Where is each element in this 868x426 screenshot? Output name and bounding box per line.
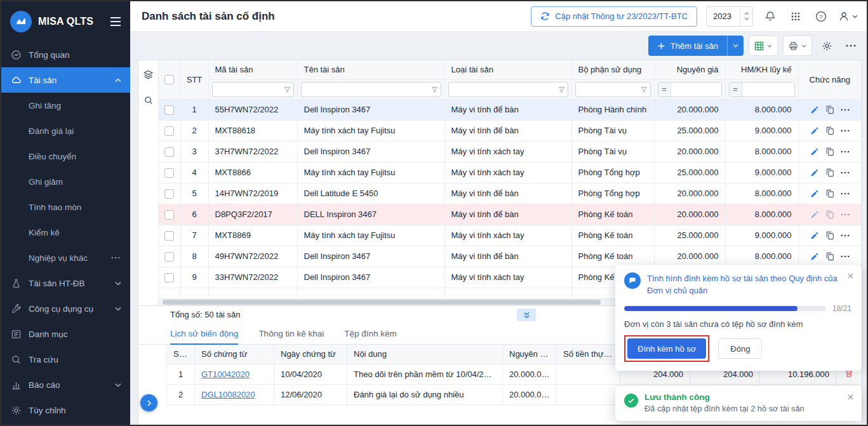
filter-input-ma[interactable]: [212, 82, 294, 97]
sidebar-subitem[interactable]: Kiểm kê: [1, 220, 130, 245]
edit-icon[interactable]: [810, 126, 819, 135]
sidebar-item-tai-san-ht-db[interactable]: Tài sản HT-ĐB: [1, 270, 130, 296]
table-row[interactable]: 8 49H7WN72/2022 Dell Inspiron 3467 Máy v…: [159, 246, 862, 267]
sidebar-item-tong-quan[interactable]: Tổng quan: [1, 42, 130, 67]
user-menu[interactable]: [838, 11, 858, 22]
filter-input-hm-kh[interactable]: [742, 83, 794, 97]
sidebar-item-bao-cao[interactable]: Báo cáo: [1, 372, 130, 397]
sidebar-subitem[interactable]: Ghi giảm: [1, 169, 130, 194]
help-icon[interactable]: ?: [813, 8, 829, 25]
row-checkbox[interactable]: [164, 210, 174, 220]
layers-icon[interactable]: [143, 69, 154, 80]
edit-icon[interactable]: [810, 231, 819, 240]
column-header-loai-tai-san[interactable]: Loại tài sản: [444, 60, 571, 79]
apps-grid-icon[interactable]: [787, 8, 804, 25]
tab-tep-dinh-kem[interactable]: Tệp đính kèm: [344, 323, 397, 345]
edit-icon[interactable]: [810, 252, 819, 261]
toolbar-more-icon[interactable]: [841, 36, 860, 56]
history-column-stt[interactable]: STT: [167, 345, 195, 364]
popup-close-icon[interactable]: [847, 272, 854, 279]
row-checkbox[interactable]: [164, 231, 174, 241]
select-all-checkbox[interactable]: [164, 75, 174, 84]
year-selector[interactable]: 2023: [706, 6, 753, 27]
copy-icon[interactable]: [825, 126, 834, 135]
row-checkbox[interactable]: [164, 189, 174, 199]
row-checkbox[interactable]: [164, 105, 174, 115]
edit-icon[interactable]: [810, 210, 819, 219]
close-popup-button[interactable]: Đóng: [718, 338, 762, 359]
collapse-detail-button[interactable]: [517, 309, 536, 321]
equals-operator-icon[interactable]: =: [658, 83, 671, 97]
row-more-icon[interactable]: [841, 213, 850, 216]
copy-icon[interactable]: [825, 210, 834, 219]
table-row[interactable]: 5 14H7WN72/2019 Dell Latitude E 5450 Máy…: [159, 183, 862, 204]
filter-funnel-icon[interactable]: [284, 86, 291, 93]
history-column-nguyen-gia[interactable]: Nguyên giá: [503, 345, 557, 364]
column-header-stt[interactable]: STT: [180, 60, 208, 99]
year-up-icon[interactable]: [744, 12, 749, 15]
copy-icon[interactable]: [825, 252, 834, 261]
row-more-icon[interactable]: [841, 234, 850, 237]
edit-icon[interactable]: [810, 105, 819, 114]
edit-icon[interactable]: [810, 168, 819, 177]
table-row[interactable]: 2 MXT88618 Máy tính xách tay Fujitsu Máy…: [159, 120, 862, 141]
row-checkbox[interactable]: [164, 252, 174, 262]
column-header-nguyen-gia[interactable]: Nguyên giá: [654, 60, 725, 79]
column-header-hm-kh[interactable]: HM/KH lũy kế: [725, 60, 798, 79]
row-more-icon[interactable]: [841, 192, 850, 195]
row-checkbox[interactable]: [164, 273, 174, 283]
sidebar-item-tai-san[interactable]: Tài sản: [1, 67, 130, 93]
sidebar-subitem[interactable]: Ghi tăng: [1, 93, 130, 118]
filter-input-loai[interactable]: [448, 82, 568, 97]
sidebar-item-danh-muc[interactable]: Danh mục: [1, 321, 130, 347]
tab-lich-su-bien-dong[interactable]: Lịch sử biến động: [170, 323, 238, 345]
history-column-noi-dung[interactable]: Nội dung: [347, 345, 503, 364]
row-more-icon[interactable]: [841, 171, 850, 174]
filter-funnel-icon[interactable]: [558, 86, 565, 93]
history-column-ngay-chung-tu[interactable]: Ngày chứng từ: [274, 345, 347, 364]
attach-file-button[interactable]: Đính kèm hồ sơ: [627, 338, 706, 359]
filter-input-ten[interactable]: [301, 82, 441, 97]
table-row[interactable]: 1 55H7WN72/2022 Dell Inspiron 3467 Máy v…: [159, 99, 862, 120]
sidebar-item-tuy-chinh[interactable]: Tùy chỉnh: [1, 397, 130, 423]
filter-input-bophan[interactable]: [575, 82, 651, 97]
history-column-so-tien-thuc-hien[interactable]: Số tiền thực hiện: [557, 345, 620, 364]
year-down-icon[interactable]: [744, 17, 749, 20]
add-asset-dropdown-icon[interactable]: [727, 36, 744, 56]
edit-icon[interactable]: [810, 189, 819, 198]
row-more-icon[interactable]: [841, 130, 850, 132]
grid-settings-icon[interactable]: [817, 36, 836, 56]
export-excel-button[interactable]: [749, 36, 778, 56]
document-link[interactable]: DGL10082020: [201, 390, 255, 399]
tab-thong-tin-ke-khai[interactable]: Thông tin kê khai: [258, 323, 324, 345]
table-row[interactable]: 4 MXT8866 Máy tính xách tay Fujitsu Máy …: [159, 162, 862, 183]
copy-icon[interactable]: [825, 189, 834, 198]
equals-operator-icon[interactable]: =: [730, 83, 742, 97]
row-more-icon[interactable]: [841, 150, 850, 153]
sidebar-subitem[interactable]: Nghiệp vụ khác: [1, 245, 130, 270]
row-more-icon[interactable]: [841, 255, 850, 258]
filter-funnel-icon[interactable]: [641, 86, 648, 93]
column-header-ma-tai-san[interactable]: Mã tài sản: [208, 60, 297, 79]
sidebar-subitem[interactable]: Điều chuyển: [1, 143, 130, 169]
sidebar-item-cong-cu-dung-cu[interactable]: Công cụ dụng cụ: [1, 296, 130, 321]
copy-icon[interactable]: [825, 231, 834, 240]
table-row[interactable]: 7 MXT8869 Máy tính xách tay Fujitsu Máy …: [159, 225, 862, 246]
column-header-ten-tai-san[interactable]: Tên tài sản: [297, 60, 444, 79]
copy-icon[interactable]: [825, 105, 834, 114]
sidebar-subitem[interactable]: Đánh giá lại: [1, 118, 130, 143]
row-checkbox[interactable]: [164, 168, 174, 178]
bell-icon[interactable]: [762, 8, 778, 25]
sidebar-subitem[interactable]: Tính hao mòn: [1, 194, 130, 220]
table-row[interactable]: 6 D8PQ3F2/2017 DELL Inspiron 3467 Máy vi…: [159, 204, 862, 225]
table-row[interactable]: 3 37H7WN72/2022 Dell Inspiron 3467 Máy v…: [159, 141, 862, 162]
search-icon[interactable]: [144, 95, 154, 105]
document-link[interactable]: GT10042020: [201, 369, 250, 379]
row-checkbox[interactable]: [164, 147, 174, 157]
update-circular-button[interactable]: Cập nhật Thông tư 23/2023/TT-BTC: [531, 6, 697, 27]
copy-icon[interactable]: [825, 168, 834, 177]
filter-input-nguyen-gia[interactable]: [671, 83, 721, 97]
print-button[interactable]: [783, 36, 812, 56]
row-more-icon[interactable]: [841, 109, 850, 111]
expand-panel-button[interactable]: [140, 394, 157, 411]
